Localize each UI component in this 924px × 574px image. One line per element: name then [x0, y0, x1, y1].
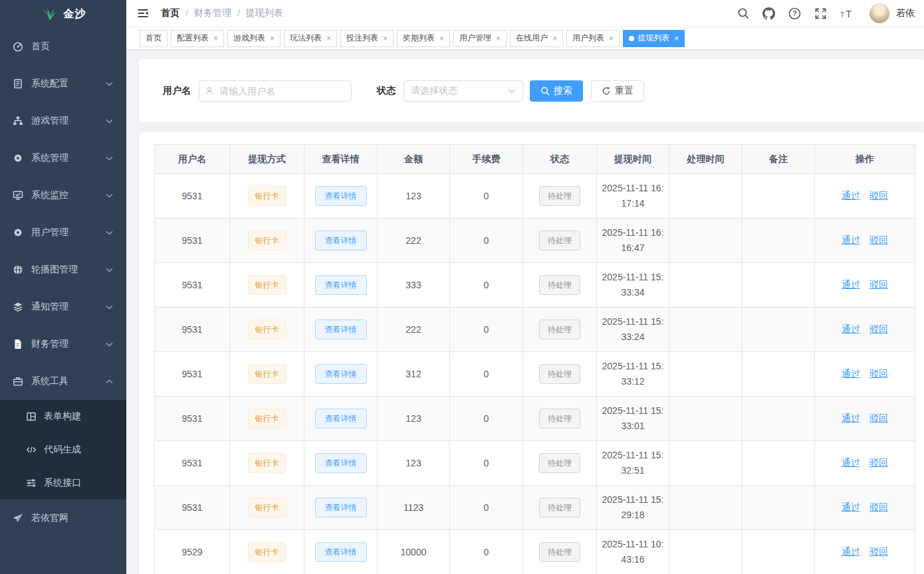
approve-link[interactable]: 通过 — [842, 235, 860, 245]
reject-link[interactable]: 驳回 — [869, 279, 888, 290]
sidebar-item-user-mgmt[interactable]: 用户管理 — [0, 214, 126, 251]
cell-amount: 123 — [378, 174, 450, 219]
withdraw-method-tag: 银行卡 — [248, 275, 287, 295]
sidebar-item-system-mgmt[interactable]: 系统管理 — [0, 140, 126, 177]
sidebar-item-carousel-mgmt[interactable]: 轮播图管理 — [0, 251, 126, 288]
cell-amount: 10000 — [378, 530, 450, 574]
sidebar-item-system-tools[interactable]: 系统工具 — [0, 363, 126, 400]
close-icon[interactable]: × — [213, 35, 218, 43]
fullscreen-icon[interactable] — [814, 7, 827, 20]
approve-link[interactable]: 通过 — [842, 279, 860, 290]
username-input[interactable] — [199, 80, 352, 102]
reset-button[interactable]: 重置 — [591, 80, 644, 102]
cell-fee: 0 — [450, 308, 523, 352]
cell-amount: 222 — [378, 219, 450, 263]
close-icon[interactable]: × — [383, 35, 388, 43]
tab-config-list[interactable]: 配置列表× — [171, 30, 224, 47]
reject-link[interactable]: 驳回 — [869, 368, 888, 379]
tab-user-mgmt[interactable]: 用户管理× — [453, 30, 507, 47]
view-detail-button[interactable]: 查看详情 — [315, 453, 367, 473]
sidebar-item-form-builder[interactable]: 表单构建 — [0, 400, 126, 433]
sidebar: 金沙 首页 系统配置 游戏管理 — [0, 0, 126, 574]
top-navbar: 首页 / 财务管理 / 提现列表 ? T — [126, 0, 924, 27]
tab-play-list[interactable]: 玩法列表× — [284, 30, 337, 47]
close-icon[interactable]: × — [270, 35, 275, 43]
sidebar-item-code-gen[interactable]: 代码生成 — [0, 433, 126, 466]
sidebar-item-system-api[interactable]: 系统接口 — [0, 466, 126, 500]
cell-username: 9531 — [155, 219, 230, 263]
refresh-icon — [602, 86, 611, 96]
status-badge: 待处理 — [539, 275, 580, 295]
reject-link[interactable]: 驳回 — [869, 457, 888, 468]
search-button[interactable]: 搜索 — [530, 80, 583, 102]
view-detail-button[interactable]: 查看详情 — [315, 275, 367, 295]
reject-link[interactable]: 驳回 — [869, 502, 888, 512]
sidebar-item-home[interactable]: 首页 — [0, 28, 126, 65]
breadcrumb-home[interactable]: 首页 — [161, 7, 179, 19]
reject-link[interactable]: 驳回 — [869, 235, 888, 245]
sidebar-item-notice-mgmt[interactable]: 通知管理 — [0, 288, 126, 326]
tab-bet-list[interactable]: 投注列表× — [340, 30, 394, 47]
cell-amount: 333 — [378, 263, 450, 308]
document-icon — [13, 78, 23, 89]
sidebar-toggle-icon[interactable] — [136, 7, 150, 20]
cell-withdraw-time: 2025-11-11 10:43:16 — [597, 530, 669, 574]
withdraw-method-tag: 银行卡 — [248, 231, 287, 250]
approve-link[interactable]: 通过 — [842, 190, 860, 201]
breadcrumb-finance[interactable]: 财务管理 — [194, 7, 231, 19]
view-detail-button[interactable]: 查看详情 — [315, 364, 367, 384]
close-icon[interactable]: × — [609, 35, 614, 43]
github-icon[interactable] — [762, 7, 775, 20]
reject-link[interactable]: 驳回 — [869, 190, 888, 201]
approve-link[interactable]: 通过 — [842, 546, 860, 557]
cell-username: 9531 — [155, 352, 230, 397]
sidebar-item-game-mgmt[interactable]: 游戏管理 — [0, 102, 126, 140]
tab-withdraw-list[interactable]: 提现列表× — [623, 30, 685, 47]
view-detail-button[interactable]: 查看详情 — [315, 409, 367, 429]
cell-username: 9529 — [155, 530, 230, 574]
view-detail-button[interactable]: 查看详情 — [315, 498, 367, 518]
close-icon[interactable]: × — [326, 35, 331, 43]
approve-link[interactable]: 通过 — [842, 324, 860, 334]
tab-game-list[interactable]: 游戏列表× — [227, 30, 281, 47]
approve-link[interactable]: 通过 — [842, 368, 860, 379]
reject-link[interactable]: 驳回 — [869, 324, 888, 334]
close-icon[interactable]: × — [496, 35, 501, 43]
user-name[interactable]: 若依 — [896, 7, 915, 19]
sidebar-item-system-config[interactable]: 系统配置 — [0, 65, 126, 102]
brand-title: 金沙 — [64, 7, 86, 21]
tab-online-users[interactable]: 在线用户× — [510, 30, 563, 47]
reject-link[interactable]: 驳回 — [869, 546, 888, 557]
brand-logo[interactable]: 金沙 — [0, 0, 126, 28]
tab-user-list[interactable]: 用户列表× — [566, 30, 620, 47]
status-select[interactable]: 请选择状态 — [404, 80, 523, 102]
cell-fee: 0 — [450, 219, 523, 263]
user-avatar[interactable] — [869, 3, 889, 23]
search-form-card: 用户名 状态 请选择状态 搜索 重置 — [140, 59, 924, 122]
approve-link[interactable]: 通过 — [842, 457, 860, 468]
sidebar-item-finance-mgmt[interactable]: 财务管理 — [0, 326, 126, 363]
close-icon[interactable]: × — [439, 35, 444, 43]
view-detail-button[interactable]: 查看详情 — [315, 231, 367, 250]
help-icon[interactable]: ? — [788, 7, 801, 20]
tab-period-list[interactable]: 奖期列表× — [397, 30, 450, 47]
view-detail-button[interactable]: 查看详情 — [315, 186, 367, 206]
search-icon[interactable] — [737, 7, 749, 19]
font-size-icon[interactable]: TT — [840, 7, 855, 19]
status-badge: 待处理 — [539, 498, 580, 518]
view-detail-button[interactable]: 查看详情 — [315, 542, 367, 562]
col-withdraw-time: 提现时间 — [597, 145, 669, 174]
tab-home[interactable]: 首页 — [140, 30, 168, 47]
close-icon[interactable]: × — [674, 35, 679, 43]
view-detail-button[interactable]: 查看详情 — [315, 320, 367, 339]
reject-link[interactable]: 驳回 — [869, 413, 888, 423]
cell-username: 9531 — [155, 486, 230, 530]
sidebar-item-system-monitor[interactable]: 系统监控 — [0, 177, 126, 214]
approve-link[interactable]: 通过 — [842, 413, 860, 423]
approve-link[interactable]: 通过 — [842, 502, 860, 512]
close-icon[interactable]: × — [552, 35, 557, 43]
sidebar-item-ruoyi-site[interactable]: 若依官网 — [0, 500, 126, 537]
svg-text:T: T — [840, 11, 844, 19]
col-detail: 查看详情 — [304, 145, 378, 174]
table-row: 9531 银行卡 查看详情 222 0 待处理 2025-11-11 16:16… — [155, 219, 915, 263]
